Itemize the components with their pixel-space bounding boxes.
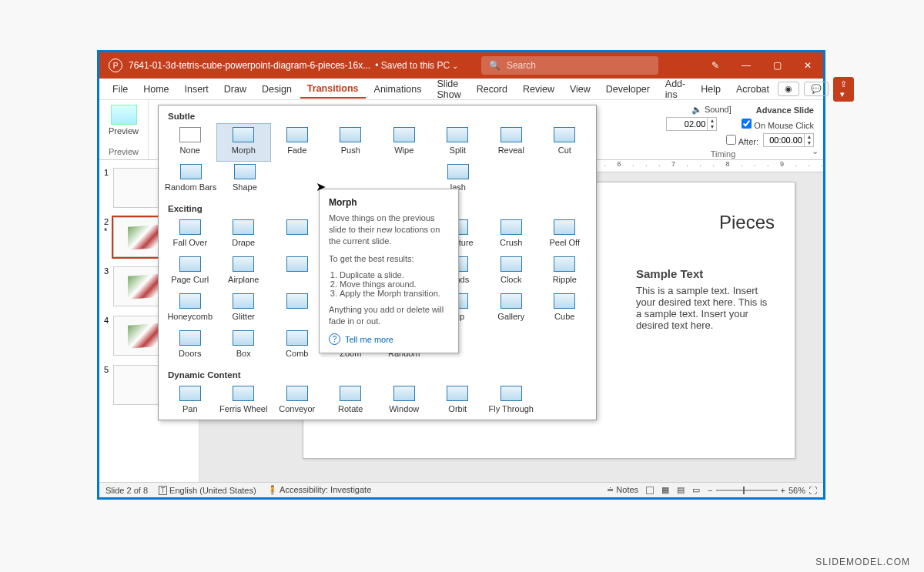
menu-review[interactable]: Review — [516, 81, 561, 98]
menu-acrobat[interactable]: Acrobat — [729, 81, 776, 98]
section-dynamic: Dynamic Content — [159, 364, 596, 383]
transition-ripple[interactable]: Ripple — [538, 253, 592, 290]
transition-peel-off[interactable]: Peel Off — [538, 216, 592, 253]
preview-button[interactable]: Preview — [107, 103, 140, 135]
transition-conveyor[interactable]: Conveyor — [270, 383, 324, 420]
status-bar: Slide 2 of 8 🅃 English (United States) 🧍… — [99, 482, 823, 497]
menu-record[interactable]: Record — [470, 81, 514, 98]
transition-cube[interactable]: Cube — [538, 290, 592, 327]
watermark: SLIDEMODEL.COM — [815, 557, 910, 567]
transition-shape[interactable]: Shape — [218, 161, 271, 198]
record-button[interactable]: ◉ — [778, 82, 799, 96]
tooltip-besthdr: To get the best results: — [329, 253, 449, 265]
minimize-button[interactable]: — — [731, 52, 762, 79]
ribbon-collapse-icon[interactable]: ⌄ — [812, 146, 819, 156]
slide-title: Pieces — [719, 212, 775, 233]
slide-text-box: Sample Text This is a sample text. Inser… — [636, 267, 775, 331]
menu-insert[interactable]: Insert — [178, 81, 216, 98]
transitions-gallery: Subtle NoneMorphFadePushWipeSplitRevealC… — [158, 105, 597, 420]
zoom-level: 56% — [788, 486, 805, 495]
search-placeholder: Search — [507, 60, 536, 71]
advance-slide-label: Advance Slide — [756, 105, 814, 115]
duration-spinner[interactable]: ▴▾ — [666, 117, 717, 131]
transition-drape[interactable]: Drape — [217, 216, 271, 253]
menu-file[interactable]: File — [105, 81, 135, 98]
menu-slideshow[interactable]: Slide Show — [430, 75, 467, 103]
transition-gallery[interactable]: Gallery — [484, 290, 538, 327]
search-box[interactable]: 🔍 Search — [481, 56, 658, 75]
transition-airplane[interactable]: Airplane — [217, 253, 271, 290]
preview-group: Preview Preview — [99, 100, 149, 159]
zoom-control[interactable]: −+ 56% ⛶ — [708, 486, 817, 495]
transition-glitter[interactable]: Glitter — [217, 290, 271, 327]
language-indicator[interactable]: 🅃 English (United States) — [159, 486, 256, 495]
transition-push[interactable]: Push — [324, 124, 378, 161]
transition-rotate[interactable]: Rotate — [324, 383, 378, 420]
transition-none[interactable]: None — [163, 124, 217, 161]
timing-group: 🔈 Sound] Advance Slide ▴▾ On Mouse Click… — [623, 100, 823, 159]
transition-morph[interactable]: Morph — [217, 124, 271, 161]
transition-box[interactable]: Box — [217, 327, 271, 364]
tooltip-note: Anything you add or delete will fade in … — [329, 304, 449, 327]
sorter-view-icon[interactable]: ▦ — [661, 485, 669, 495]
slide-body-text: This is a sample text. Insert your desir… — [636, 285, 767, 331]
after-checkbox[interactable]: After: — [726, 135, 758, 146]
transition-split[interactable]: Split — [431, 124, 485, 161]
powerpoint-icon: P — [109, 59, 122, 72]
transition-pan[interactable]: Pan — [163, 383, 217, 420]
document-title: 7641-01-3d-tetris-cube-powerpoint-diagra… — [129, 60, 370, 71]
transition-random-bars[interactable]: Random Bars — [163, 161, 218, 198]
pen-icon[interactable]: ✎ — [700, 52, 731, 79]
menu-bar: File Home Insert Draw Design Transitions… — [99, 79, 823, 100]
menu-animations[interactable]: Animations — [367, 81, 429, 98]
transition-orbit[interactable]: Orbit — [431, 383, 485, 420]
transition-crush[interactable]: Crush — [484, 216, 538, 253]
normal-view-icon[interactable] — [646, 487, 654, 494]
transition-window[interactable]: Window — [377, 383, 431, 420]
transition-reveal[interactable]: Reveal — [484, 124, 538, 161]
after-input[interactable] — [764, 135, 804, 145]
menu-view[interactable]: View — [563, 81, 598, 98]
transition-honeycomb[interactable]: Honeycomb — [163, 290, 217, 327]
menu-draw[interactable]: Draw — [217, 81, 253, 98]
transition-fly-through[interactable]: Fly Through — [484, 383, 538, 420]
fit-icon[interactable]: ⛶ — [808, 486, 817, 495]
menu-home[interactable]: Home — [136, 81, 176, 98]
slide-indicator: Slide 2 of 8 — [105, 486, 148, 495]
transition-ferris-wheel[interactable]: Ferris Wheel — [217, 383, 271, 420]
transition-comb[interactable]: Comb — [270, 327, 324, 364]
app-window: P 7641-01-3d-tetris-cube-powerpoint-diag… — [97, 50, 825, 500]
after-spinner[interactable]: ▴▾ — [763, 133, 814, 147]
duration-input[interactable] — [667, 119, 707, 129]
notes-button[interactable]: ≐ Notes — [607, 485, 638, 495]
transition-fade[interactable]: Fade — [270, 124, 324, 161]
menu-help[interactable]: Help — [694, 81, 728, 98]
save-status[interactable]: • Saved to this PC — [375, 60, 458, 71]
transition-wipe[interactable]: Wipe — [377, 124, 431, 161]
menu-transitions[interactable]: Transitions — [300, 80, 366, 99]
preview-group-label: Preview — [107, 147, 140, 156]
transition-cut[interactable]: Cut — [538, 124, 592, 161]
share-button[interactable]: ⇪ ▾ — [833, 77, 854, 102]
menu-design[interactable]: Design — [255, 81, 299, 98]
transition-doors[interactable]: Doors — [163, 327, 217, 364]
search-icon: 🔍 — [489, 60, 500, 71]
menu-developer[interactable]: Developer — [599, 81, 657, 98]
transition-fall-over[interactable]: Fall Over — [163, 216, 217, 253]
maximize-button[interactable]: ▢ — [762, 52, 792, 79]
timing-group-label: Timing — [632, 149, 814, 159]
close-button[interactable]: ✕ — [792, 52, 823, 79]
transition-page-curl[interactable]: Page Curl — [163, 253, 217, 290]
reading-view-icon[interactable]: ▤ — [677, 485, 685, 495]
section-subtle: Subtle — [159, 105, 596, 124]
menu-addins[interactable]: Add-ins — [658, 75, 692, 103]
accessibility-indicator[interactable]: 🧍 Accessibility: Investigate — [267, 485, 372, 495]
slideshow-view-icon[interactable]: ▭ — [692, 485, 700, 495]
tell-me-more-link[interactable]: Tell me more — [329, 333, 449, 345]
comments-button[interactable]: 💬 — [804, 82, 829, 96]
onclick-checkbox[interactable]: On Mouse Click — [742, 119, 814, 130]
sound-label: 🔈 Sound] — [691, 105, 732, 115]
slide-subheading: Sample Text — [636, 267, 775, 280]
transition-clock[interactable]: Clock — [484, 253, 538, 290]
tooltip-desc: Move things on the previous slide to the… — [329, 212, 449, 247]
